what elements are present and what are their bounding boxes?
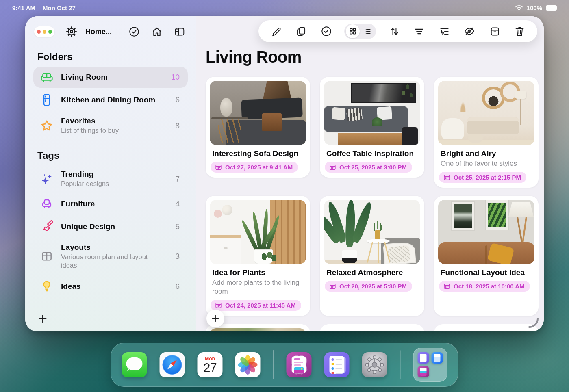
window-resize-handle[interactable] <box>528 317 539 328</box>
custom-sort-button[interactable] <box>438 24 452 38</box>
card-title: Idea for Plants <box>212 268 304 277</box>
sidebar-item-count: 8 <box>175 121 181 130</box>
close-window-button[interactable] <box>37 30 41 34</box>
card-title: Relaxed Atmosphere <box>326 268 418 277</box>
dock-app-magenta-docs[interactable] <box>287 352 312 377</box>
note-card[interactable]: Functional Layout Idea Oct 18, 2025 at 1… <box>434 196 539 316</box>
dock-app-settings[interactable] <box>362 352 387 377</box>
view-list-button[interactable] <box>361 24 374 38</box>
sidebar-item-furniture[interactable]: Furniture 4 <box>33 193 188 214</box>
delete-button[interactable] <box>513 24 527 38</box>
cards-grid: Interesting Sofa Design Oct 27, 2025 at … <box>206 77 544 331</box>
sidebar-section: Tags Trending Popular designs 7 Furnitur… <box>33 150 188 298</box>
archive-button[interactable] <box>488 24 502 38</box>
toggle-sidebar-button[interactable] <box>173 25 186 38</box>
sidebar-item-unique-design[interactable]: Unique Design 5 <box>33 215 188 238</box>
select-circle-icon <box>321 26 332 37</box>
card-title: Bright and Airy <box>441 149 532 158</box>
dock: Mon 27 <box>111 343 458 387</box>
hide-eye-icon <box>464 26 475 37</box>
view-list-icon <box>363 27 371 35</box>
select-button[interactable] <box>319 24 333 38</box>
lightbulb-icon <box>41 279 53 293</box>
dock-app-purple-list[interactable] <box>324 352 350 377</box>
zoom-window-button[interactable] <box>48 30 52 34</box>
dock-app-calendar[interactable]: Mon 27 <box>198 352 223 377</box>
note-card[interactable]: Interesting Sofa Design Oct 27, 2025 at … <box>206 77 310 178</box>
card-partial[interactable] <box>206 324 310 331</box>
card-date-badge: Oct 24, 2025 at 11:45 AM <box>211 300 301 311</box>
card-image <box>210 328 306 331</box>
sidebar-item-label: Favorites <box>61 117 169 126</box>
document-icon <box>292 356 306 373</box>
settings-gear-button[interactable] <box>65 25 78 38</box>
card-date-badge: Oct 18, 2025 at 10:00 AM <box>439 281 530 292</box>
sidebar-item-ideas[interactable]: Ideas 6 <box>33 275 188 298</box>
section-list: Living Room 10 Kitchen and Dining Room 6… <box>33 67 188 139</box>
dock-app-safari[interactable] <box>160 352 185 377</box>
view-segmented-control[interactable] <box>344 24 376 39</box>
grid-layout-icon <box>40 250 53 262</box>
note-card[interactable]: Coffee Table Inspiration Oct 25, 2025 at… <box>320 77 424 178</box>
card-partial[interactable] <box>320 324 424 331</box>
card-date-badge: Oct 25, 2025 at 3:00 PM <box>325 162 412 173</box>
card-title: Interesting Sofa Design <box>212 149 304 158</box>
sidebar-add-button[interactable] <box>36 312 50 326</box>
sidebar-item-kitchen-and-dining-room[interactable]: Kitchen and Dining Room 6 <box>33 89 188 111</box>
sidebar-title: Home... <box>85 28 112 36</box>
sofa-icon <box>40 71 54 83</box>
section-heading: Tags <box>37 150 188 161</box>
sidebar-item-living-room[interactable]: Living Room 10 <box>33 67 188 88</box>
card-date-badge: Oct 27, 2025 at 9:41 AM <box>211 162 298 173</box>
dock-app-photos[interactable] <box>235 352 261 377</box>
calendar-icon <box>215 302 222 309</box>
calendar-icon <box>215 164 222 171</box>
sidebar-item-count: 4 <box>175 199 181 208</box>
hide-button[interactable] <box>463 24 476 38</box>
dock-app-messages[interactable] <box>122 352 147 377</box>
sort-button[interactable] <box>387 24 401 38</box>
select-tasks-button[interactable] <box>128 25 141 38</box>
sidebar-item-label: Kitchen and Dining Room <box>61 95 169 104</box>
trash-icon <box>514 26 525 37</box>
card-date-badge: Oct 25, 2025 at 2:15 PM <box>439 172 526 183</box>
compass-icon <box>163 355 182 375</box>
minimize-window-button[interactable] <box>43 30 46 34</box>
sidebar-item-subtitle: Popular designs <box>61 180 157 188</box>
sidebar-item-layouts[interactable]: Layouts Various room plan and layout ide… <box>33 238 188 274</box>
clock: 9:41 AM <box>12 4 35 11</box>
edit-button[interactable] <box>269 24 283 38</box>
sidebar-item-trending[interactable]: Trending Popular designs 7 <box>33 165 188 193</box>
dock-app-folder[interactable] <box>413 348 447 382</box>
calendar-icon <box>329 164 336 171</box>
card-title: Coffee Table Inspiration <box>326 149 418 158</box>
filter-button[interactable] <box>413 24 426 38</box>
card-subtitle: One of the favorite styles <box>441 159 532 168</box>
magenta-doc-mini-icon <box>418 366 429 377</box>
traffic-lights[interactable] <box>34 26 54 37</box>
filter-lines-icon <box>414 26 425 37</box>
wifi-icon <box>515 5 523 11</box>
sidebar-item-count: 3 <box>175 252 181 261</box>
duplicate-button[interactable] <box>294 24 308 38</box>
sidebar-item-label: Unique Design <box>61 222 169 231</box>
home-button[interactable] <box>150 25 163 38</box>
custom-sort-icon <box>439 26 450 37</box>
paintbrush-icon <box>40 220 54 233</box>
calendar-date: 27 <box>198 362 223 375</box>
note-card[interactable]: Bright and Airy One of the favorite styl… <box>434 77 539 188</box>
add-note-button[interactable] <box>206 310 224 327</box>
view-grid-icon <box>349 27 357 35</box>
blue-doc-mini-icon <box>432 352 443 364</box>
sidebar-item-label: Trending <box>61 170 169 179</box>
edit-pencil-icon <box>271 26 282 37</box>
date: Mon Oct 27 <box>43 4 76 11</box>
note-card[interactable]: Relaxed Atmosphere Oct 20, 2025 at 5:30 … <box>320 196 424 316</box>
note-card[interactable]: Idea for Plants Add more plants to the l… <box>206 196 310 316</box>
checklist-icon <box>330 356 344 374</box>
card-partial[interactable] <box>434 324 539 331</box>
view-grid-button[interactable] <box>346 24 360 38</box>
sidebar-item-favorites[interactable]: Favorites List of things to buy 8 <box>33 112 188 139</box>
calendar-icon <box>443 283 450 290</box>
sidebar-item-subtitle: List of things to buy <box>61 126 157 135</box>
